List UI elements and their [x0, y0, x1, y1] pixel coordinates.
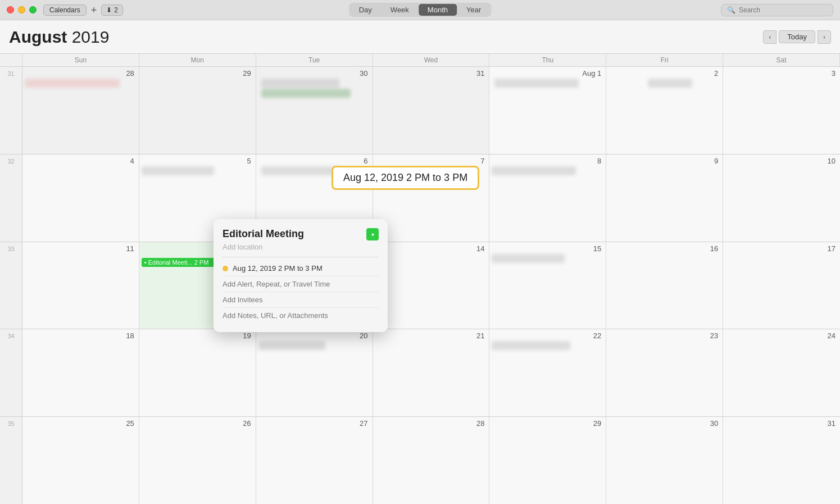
- day-header-tue: Tue: [256, 54, 373, 66]
- day-number: 11: [25, 244, 137, 253]
- calendar-row: 35 25 26 27 28 29 30 31: [0, 417, 840, 504]
- day-cell[interactable]: 25: [22, 417, 139, 504]
- minimize-button[interactable]: [18, 6, 25, 13]
- day-number: 29: [492, 419, 603, 428]
- day-number: 28: [25, 69, 137, 78]
- day-number: 8: [492, 157, 603, 165]
- tab-day[interactable]: Day: [350, 4, 381, 16]
- day-number: 20: [258, 332, 370, 340]
- add-event-button[interactable]: +: [91, 5, 97, 15]
- day-headers: Sun Mon Tue Wed Thu Fri Sat: [0, 54, 840, 67]
- event-bar: [648, 79, 693, 88]
- day-cell[interactable]: 21: [373, 329, 490, 416]
- day-cell[interactable]: 28: [373, 417, 490, 504]
- day-cell[interactable]: 28: [22, 67, 139, 154]
- day-number: Aug 1: [492, 69, 603, 78]
- event-bar: [261, 166, 339, 175]
- tab-week[interactable]: Week: [382, 4, 418, 16]
- popup-alert-row[interactable]: Add Alert, Repeat, or Travel Time: [223, 276, 379, 292]
- day-number: 2: [609, 69, 720, 78]
- day-cell[interactable]: 31: [723, 417, 840, 504]
- month-header: August 2019 ‹ Today ›: [0, 20, 840, 54]
- search-input[interactable]: [739, 6, 827, 14]
- day-number: 30: [609, 419, 720, 428]
- day-number: 22: [492, 332, 603, 340]
- day-cell[interactable]: 18: [22, 329, 139, 416]
- popup-header: Editorial Meeting ▾: [223, 228, 379, 240]
- day-cell[interactable]: 3: [723, 67, 840, 154]
- day-cell[interactable]: 19: [139, 329, 256, 416]
- traffic-lights: [7, 6, 37, 13]
- day-header-wed: Wed: [373, 54, 490, 66]
- close-button[interactable]: [7, 6, 14, 13]
- event-popup: Editorial Meeting ▾ Add location Aug 12,…: [214, 219, 388, 332]
- day-cell[interactable]: 23: [606, 329, 723, 416]
- today-button[interactable]: Today: [779, 30, 815, 43]
- calendar-badge[interactable]: ▾: [366, 228, 379, 240]
- event-bar: [492, 166, 575, 175]
- day-number: 19: [142, 332, 253, 340]
- day-number: 10: [725, 157, 838, 165]
- calendar-row: 31 28 29 30 31 Aug 1 2: [0, 67, 840, 155]
- day-cell[interactable]: 29: [139, 67, 256, 154]
- day-number: 21: [375, 332, 487, 340]
- day-header-sat: Sat: [723, 54, 840, 66]
- popup-divider: [223, 257, 379, 257]
- day-cell[interactable]: 14: [373, 242, 490, 329]
- day-cell[interactable]: 31: [373, 67, 490, 154]
- popup-invitees-row[interactable]: Add Invitees: [223, 292, 379, 308]
- event-bar: [258, 341, 325, 350]
- day-cell[interactable]: 9: [606, 155, 723, 242]
- event-bar: [261, 79, 339, 88]
- popup-notes-row[interactable]: Add Notes, URL, or Attachments: [223, 308, 379, 323]
- titlebar: Calendars + ⬇ 2 Day Week Month Year 🔍: [0, 0, 840, 20]
- day-cell[interactable]: 20: [256, 329, 373, 416]
- day-header-sun: Sun: [22, 54, 139, 66]
- event-bar: [492, 254, 564, 263]
- calendar-body: 31 28 29 30 31 Aug 1 2: [0, 67, 840, 504]
- week-num: 35: [0, 417, 22, 504]
- day-cell[interactable]: 27: [256, 417, 373, 504]
- download-icon: ⬇: [106, 6, 112, 14]
- popup-dot-yellow: [223, 266, 228, 271]
- day-number: 15: [492, 244, 603, 253]
- download-button[interactable]: ⬇ 2: [101, 4, 123, 16]
- day-number: 30: [258, 69, 370, 78]
- day-number: 27: [258, 419, 370, 428]
- day-cell[interactable]: 29: [489, 417, 606, 504]
- day-cell[interactable]: 30: [256, 67, 373, 154]
- day-cell[interactable]: 24: [723, 329, 840, 416]
- day-cell[interactable]: 26: [139, 417, 256, 504]
- day-cell[interactable]: 16: [606, 242, 723, 329]
- day-number: 23: [609, 332, 720, 340]
- day-cell[interactable]: 17: [723, 242, 840, 329]
- day-number: 7: [375, 157, 487, 165]
- day-number: 31: [725, 419, 838, 428]
- week-num: 33: [0, 242, 22, 329]
- day-cell[interactable]: 2: [606, 67, 723, 154]
- day-number: 18: [25, 332, 137, 340]
- tab-month[interactable]: Month: [419, 4, 457, 16]
- day-cell[interactable]: 10: [723, 155, 840, 242]
- day-cell[interactable]: 4: [22, 155, 139, 242]
- day-number: 24: [725, 332, 838, 340]
- maximize-button[interactable]: [29, 6, 37, 13]
- day-cell[interactable]: Aug 1: [489, 67, 606, 154]
- day-cell[interactable]: 22: [489, 329, 606, 416]
- calendars-button[interactable]: Calendars: [43, 4, 87, 16]
- day-cell[interactable]: 11: [22, 242, 139, 329]
- popup-location[interactable]: Add location: [223, 243, 379, 251]
- week-num: 31: [0, 67, 22, 154]
- event-bar: [494, 79, 578, 88]
- day-number: 17: [725, 244, 838, 253]
- prev-month-button[interactable]: ‹: [763, 30, 777, 44]
- day-cell[interactable]: 15: [489, 242, 606, 329]
- next-month-button[interactable]: ›: [818, 30, 831, 44]
- download-count: 2: [114, 6, 118, 14]
- tab-year[interactable]: Year: [457, 4, 490, 16]
- search-icon: 🔍: [727, 6, 735, 14]
- day-cell[interactable]: 8: [489, 155, 606, 242]
- day-number: 31: [375, 69, 487, 78]
- day-number: 29: [142, 69, 253, 78]
- day-cell[interactable]: 30: [606, 417, 723, 504]
